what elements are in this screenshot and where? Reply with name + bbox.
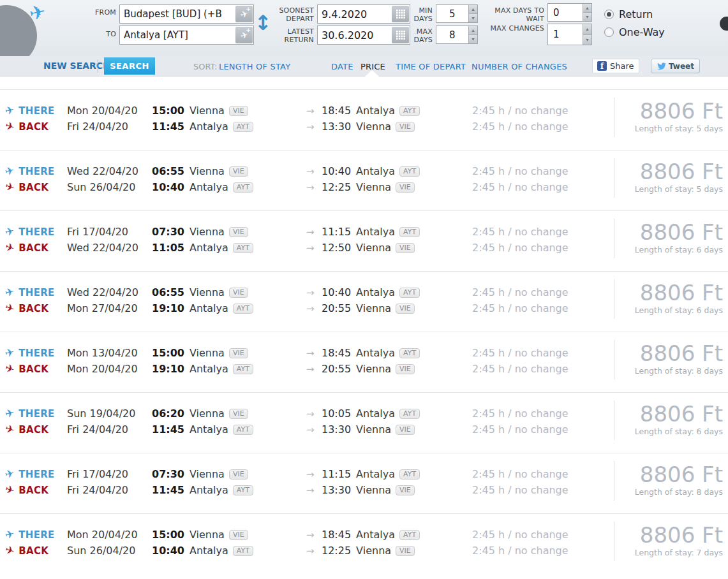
return-arrival: 20:55 Vienna VIE xyxy=(322,302,472,314)
outbound-departure: 06:20 Vienna VIE xyxy=(152,407,306,420)
arrival-time: 12:25 xyxy=(322,181,351,193)
departure-city: Antalya xyxy=(189,302,228,314)
flight-result-row[interactable]: ✈ THERE Mon 13/04/20 15:00 Vienna VIE → … xyxy=(0,332,728,392)
there-label: THERE xyxy=(19,105,54,117)
back-label: BACK xyxy=(19,545,48,557)
departure-city: Vienna xyxy=(189,165,225,177)
flight-result-row[interactable]: ✈ THERE Fri 17/04/20 07:30 Vienna VIE → … xyxy=(0,210,728,271)
sort-time-of-depart[interactable]: TIME OF DEPART xyxy=(396,62,466,71)
arrival-city: Antalya xyxy=(356,286,395,298)
from-input[interactable] xyxy=(120,5,235,23)
min-days-up-icon[interactable]: ▲ xyxy=(469,5,477,13)
return-departure: 10:40 Antalya AYT xyxy=(152,181,306,193)
return-tag: ✈ BACK xyxy=(0,121,67,133)
trip-type-one-way[interactable]: One-Way xyxy=(604,26,665,38)
return-tag: ✈ BACK xyxy=(0,485,67,496)
edge-partial-icon[interactable] xyxy=(720,17,728,31)
results-spacer xyxy=(0,77,728,89)
max-days-to-wait-up-icon[interactable]: ▲ xyxy=(583,4,591,12)
departure-city: Antalya xyxy=(189,484,228,496)
max-days-to-wait-down-icon[interactable]: ▼ xyxy=(583,12,591,21)
min-days-field: ▲ ▼ xyxy=(436,4,478,23)
there-label: THERE xyxy=(19,287,54,298)
arrival-city: Antalya xyxy=(356,407,395,420)
arrival-airport-code: AYT xyxy=(399,288,420,298)
plus-glyph: + xyxy=(246,27,251,33)
max-changes-up-icon[interactable]: ▲ xyxy=(583,24,591,34)
back-plane-icon: ✈ xyxy=(4,120,16,133)
flight-result-row[interactable]: ✈ THERE Mon 20/04/20 15:00 Vienna VIE → … xyxy=(0,513,728,574)
flight-result-row[interactable]: ✈ THERE Wed 22/04/20 06:55 Vienna VIE → … xyxy=(0,271,728,332)
length-of-stay: Length of stay: 6 days xyxy=(614,245,723,254)
outbound-departure: 06:55 Vienna VIE xyxy=(152,165,306,177)
max-changes-down-icon[interactable]: ▼ xyxy=(583,34,591,45)
there-plane-icon: ✈ xyxy=(4,407,15,420)
new-search-link[interactable]: NEW SEARCH xyxy=(43,61,110,71)
arrival-airport-code: VIE xyxy=(396,182,415,193)
to-input[interactable] xyxy=(120,26,235,44)
max-changes-label: MAX CHANGES xyxy=(475,25,544,33)
departure-time: 11:45 xyxy=(152,121,184,133)
arrival-time: 10:40 xyxy=(322,165,351,177)
flight-result-row[interactable]: ✈ THERE Wed 22/04/20 06:55 Vienna VIE → … xyxy=(0,150,728,210)
departure-airport-code: VIE xyxy=(229,348,248,358)
max-changes-input[interactable] xyxy=(548,24,583,45)
there-plane-icon: ✈ xyxy=(4,468,15,481)
return-departure: 11:45 Antalya AYT xyxy=(152,121,306,133)
max-days-to-wait-input[interactable] xyxy=(548,4,583,21)
sort-length-of-stay[interactable]: LENGTH OF STAY xyxy=(219,62,290,71)
soonest-depart-input[interactable] xyxy=(318,5,391,23)
arrival-time: 12:25 xyxy=(322,545,351,557)
arrival-airport-code: VIE xyxy=(396,546,415,556)
trip-type-return[interactable]: Return xyxy=(604,8,653,20)
back-plane-icon: ✈ xyxy=(4,483,16,497)
back-label: BACK xyxy=(19,485,48,496)
tweet-button[interactable]: Tweet xyxy=(651,59,700,73)
sort-number-of-changes[interactable]: NUMBER OF CHANGES xyxy=(472,62,567,71)
return-date: Mon 20/04/20 xyxy=(67,363,152,375)
price-block: 8806 Ft Length of stay: 6 days xyxy=(614,211,728,271)
outbound-arrival: 11:15 Antalya AYT xyxy=(322,468,472,480)
min-days-input[interactable] xyxy=(436,5,468,22)
soonest-depart-label: SOONEST DEPART xyxy=(267,7,314,23)
return-departure: 11:45 Antalya AYT xyxy=(152,423,306,436)
there-label: THERE xyxy=(19,408,54,420)
search-button[interactable]: SEARCH xyxy=(104,57,155,75)
sort-date[interactable]: DATE xyxy=(331,62,353,71)
departure-time: 10:40 xyxy=(152,545,184,557)
departure-time: 15:00 xyxy=(152,529,184,541)
price: 8806 Ft xyxy=(614,402,723,426)
departure-city: Antalya xyxy=(189,242,228,254)
return-arrival: 13:30 Vienna VIE xyxy=(322,423,472,436)
latest-return-input[interactable] xyxy=(318,26,391,44)
price-block: 8806 Ft Length of stay: 6 days xyxy=(614,393,728,453)
facebook-share-button[interactable]: f Share xyxy=(592,59,639,73)
min-days-down-icon[interactable]: ▼ xyxy=(469,13,477,22)
outbound-tag: ✈ THERE xyxy=(0,166,67,177)
arrival-airport-code: VIE xyxy=(396,485,415,495)
add-to-airport-button[interactable]: ✈ + xyxy=(235,27,253,43)
return-date: Fri 24/04/20 xyxy=(67,121,152,133)
soonest-depart-group xyxy=(317,4,410,24)
outbound-tag: ✈ THERE xyxy=(0,348,67,359)
to-label: TO xyxy=(77,31,116,39)
flight-result-row[interactable]: ✈ THERE Sun 19/04/20 06:20 Vienna VIE → … xyxy=(0,392,728,453)
departure-time: 11:45 xyxy=(152,484,184,496)
departure-time: 15:00 xyxy=(152,347,184,359)
max-days-down-icon[interactable]: ▼ xyxy=(469,34,477,43)
arrival-airport-code: AYT xyxy=(399,227,420,237)
sort-label: SORT: xyxy=(193,62,217,71)
return-radio[interactable] xyxy=(604,10,614,19)
one-way-radio[interactable] xyxy=(604,27,614,37)
max-days-label: MAX DAYS xyxy=(402,28,433,44)
add-from-airport-button[interactable]: ✈ + xyxy=(235,6,253,22)
max-days-input[interactable] xyxy=(436,26,468,43)
flight-result-row[interactable]: ✈ THERE Fri 17/04/20 07:30 Vienna VIE → … xyxy=(0,453,728,513)
return-date: Fri 24/04/20 xyxy=(67,423,152,436)
arrival-city: Antalya xyxy=(356,347,395,359)
outbound-tag: ✈ THERE xyxy=(0,105,67,117)
length-of-stay: Length of stay: 5 days xyxy=(614,124,723,133)
departure-city: Antalya xyxy=(189,181,228,193)
flight-result-row[interactable]: ✈ THERE Mon 20/04/20 15:00 Vienna VIE → … xyxy=(0,89,728,150)
outbound-date: Mon 13/04/20 xyxy=(67,347,152,359)
